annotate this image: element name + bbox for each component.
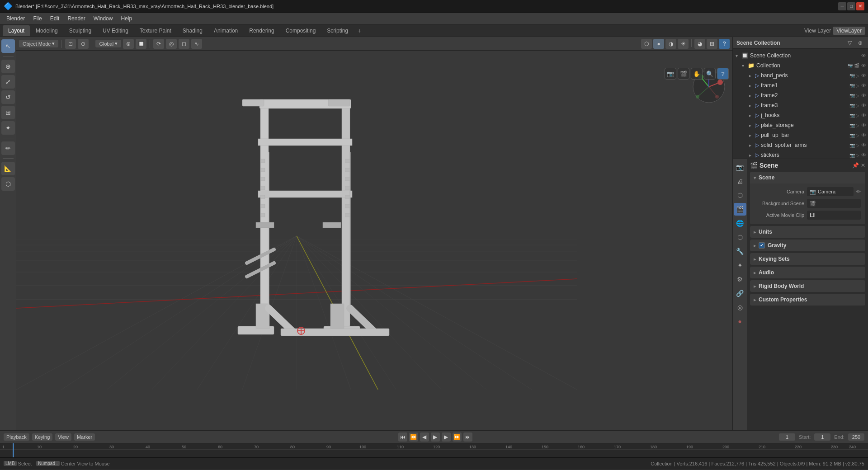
- viewport-overlay-button[interactable]: ⊙: [78, 39, 89, 49]
- item-view-icon[interactable]: ▷: [856, 103, 859, 108]
- viewport-xray-button[interactable]: ⊞: [707, 39, 717, 49]
- workspace-tab-rendering[interactable]: Rendering: [244, 25, 279, 36]
- workspace-tab-shading[interactable]: Shading: [177, 25, 208, 36]
- props-object-icon[interactable]: ⬡: [734, 231, 746, 244]
- shading-rendered-button[interactable]: ☀: [678, 39, 689, 49]
- prop-camera-edit-icon[interactable]: ✏: [856, 188, 861, 195]
- viewport-overlay-toggle[interactable]: ◕: [694, 39, 705, 49]
- outliner-collection-main[interactable]: ▾ 📁 Collection 📷 🎬 👁: [733, 61, 868, 70]
- outliner-filter-icon[interactable]: ▽: [846, 39, 854, 47]
- workspace-tab-sculpting[interactable]: Sculpting: [64, 25, 97, 36]
- viewport-help-icon-button[interactable]: ?: [717, 68, 729, 80]
- workspace-tab-compositing[interactable]: Compositing: [280, 25, 321, 36]
- item-view-icon[interactable]: ▷: [856, 153, 859, 158]
- timeline-keying-button[interactable]: Keying: [32, 433, 53, 441]
- outliner-scene-collection[interactable]: ▾ 🔲 Scene Collection 👁: [733, 51, 868, 61]
- item-visibility-icon[interactable]: 👁: [861, 132, 866, 138]
- props-pin-icon[interactable]: 📌: [852, 162, 859, 169]
- outliner-item-solid-spotter-arms[interactable]: ▸ ▷ solid_spotter_arms 📷 ▷ 👁: [733, 140, 868, 150]
- collection-camera-icon[interactable]: 📷: [848, 63, 853, 68]
- outliner-item-frame3[interactable]: ▸ ▷ frame3 📷 ▷ 👁: [733, 100, 868, 110]
- viewport[interactable]: Object Mode ▾ ⊡ ⊙ Global ▾ ⊚ 🔲 ⟳ ◎ ◻ ∿ ⬡…: [16, 37, 732, 430]
- outliner-item-j-hooks[interactable]: ▸ ▷ j_hooks 📷 ▷ 👁: [733, 110, 868, 120]
- menu-file[interactable]: File: [29, 14, 45, 23]
- props-section-scene-header[interactable]: ▾ Scene: [750, 172, 865, 183]
- menu-blender[interactable]: Blender: [3, 14, 28, 23]
- viewport-camera-icon-button[interactable]: 📷: [665, 68, 676, 80]
- props-output-icon[interactable]: 🖨: [734, 175, 746, 188]
- props-constraints-icon[interactable]: 🔗: [734, 287, 746, 300]
- workspace-tab-add-button[interactable]: +: [354, 25, 365, 36]
- toolbar-cursor-button[interactable]: ⊕: [1, 60, 15, 73]
- menu-help[interactable]: Help: [117, 14, 136, 23]
- item-camera-icon[interactable]: 📷: [849, 83, 855, 88]
- item-camera-icon[interactable]: 📷: [849, 103, 855, 108]
- shading-wireframe-button[interactable]: ⬡: [641, 39, 652, 49]
- menu-window[interactable]: Window: [90, 14, 117, 23]
- workspace-tab-modeling[interactable]: Modeling: [30, 25, 63, 36]
- viewport-proportional-button[interactable]: ⊚: [123, 39, 134, 49]
- item-visibility-icon[interactable]: 👁: [861, 93, 866, 98]
- item-view-icon[interactable]: ▷: [856, 93, 859, 98]
- viewport-vis1-button[interactable]: ◻: [179, 39, 189, 49]
- timeline-view-button[interactable]: View: [55, 433, 71, 441]
- toolbar-transform-button[interactable]: ✦: [1, 121, 15, 135]
- menu-render[interactable]: Render: [64, 14, 89, 23]
- transport-next-keyframe-button[interactable]: ⏩: [453, 432, 462, 442]
- workspace-tab-uv-editing[interactable]: UV Editing: [97, 25, 134, 36]
- outliner-new-icon[interactable]: ⊕: [856, 39, 864, 47]
- workspace-tab-animation[interactable]: Animation: [208, 25, 243, 36]
- item-camera-icon[interactable]: 📷: [849, 93, 855, 98]
- transport-step-back-button[interactable]: ◀: [420, 432, 429, 442]
- item-camera-icon[interactable]: 📷: [849, 73, 855, 78]
- start-frame-input[interactable]: 1: [814, 433, 830, 441]
- workspace-tab-layout[interactable]: Layout: [3, 25, 30, 36]
- props-section-gravity-header[interactable]: ▸ ✓ Gravity: [750, 240, 865, 251]
- props-view-layer-icon[interactable]: ⬡: [734, 189, 746, 202]
- prop-movie-clip-field[interactable]: 🎞: [807, 211, 861, 220]
- item-visibility-icon[interactable]: 👁: [861, 152, 866, 158]
- transport-jump-start-button[interactable]: ⏮: [398, 432, 407, 442]
- viewport-search-icon-button[interactable]: 🔍: [704, 68, 716, 80]
- item-visibility-icon[interactable]: 👁: [861, 83, 866, 88]
- current-frame-input[interactable]: 1: [779, 433, 795, 441]
- transport-step-forward-button[interactable]: ▶: [442, 432, 451, 442]
- viewport-transform-button[interactable]: ⟳: [153, 39, 164, 49]
- prop-camera-field[interactable]: 📷 Camera: [807, 187, 854, 196]
- props-section-audio-header[interactable]: ▸ Audio: [750, 267, 865, 278]
- viewport-mode-dropdown[interactable]: Object Mode ▾: [19, 40, 58, 47]
- props-section-units-header[interactable]: ▸ Units: [750, 226, 865, 238]
- props-particles-icon[interactable]: ✦: [734, 259, 746, 272]
- collection-visibility-icon[interactable]: 👁: [861, 63, 866, 68]
- item-view-icon[interactable]: ▷: [856, 143, 859, 148]
- item-visibility-icon[interactable]: 👁: [861, 73, 866, 78]
- outliner-item-plate-storage[interactable]: ▸ ▷ plate_storage 📷 ▷ 👁: [733, 120, 868, 130]
- item-visibility-icon[interactable]: 👁: [861, 122, 866, 128]
- timeline-playback-button[interactable]: Playback: [4, 433, 29, 441]
- viewport-pivot-button[interactable]: ◎: [166, 39, 177, 49]
- props-modifier-icon[interactable]: 🔧: [734, 245, 746, 258]
- outliner-item-stickers[interactable]: ▸ ▷ stickers 📷 ▷ 👁: [733, 150, 868, 159]
- outliner-item-pull-up-bar[interactable]: ▸ ▷ pull_up_bar 📷 ▷ 👁: [733, 130, 868, 140]
- item-camera-icon[interactable]: 📷: [849, 143, 855, 148]
- outliner-item-band-peds[interactable]: ▸ ▷ band_peds 📷 ▷ 👁: [733, 70, 868, 80]
- outliner-item-frame2[interactable]: ▸ ▷ frame2 📷 ▷ 👁: [733, 90, 868, 100]
- workspace-tab-scripting[interactable]: Scripting: [321, 25, 354, 36]
- props-section-keying-sets-header[interactable]: ▸ Keying Sets: [750, 253, 865, 265]
- close-button[interactable]: ✕: [856, 2, 864, 10]
- minimize-button[interactable]: ─: [838, 2, 846, 10]
- item-camera-icon[interactable]: 📷: [849, 153, 855, 158]
- collection-render-icon[interactable]: 🎬: [854, 63, 859, 68]
- item-camera-icon[interactable]: 📷: [849, 123, 855, 128]
- item-view-icon[interactable]: ▷: [856, 133, 859, 138]
- transport-jump-end-button[interactable]: ⏭: [463, 432, 472, 442]
- toolbar-measure-button[interactable]: 📐: [1, 162, 15, 175]
- workspace-tab-texture-paint[interactable]: Texture Paint: [134, 25, 177, 36]
- timeline-ruler[interactable]: 1 10 20 30 40 50 60 70 80 90 100 110 120…: [0, 443, 868, 457]
- viewport-camera2-icon-button[interactable]: 🎬: [678, 68, 689, 80]
- transport-play-button[interactable]: ▶: [431, 432, 440, 442]
- item-view-icon[interactable]: ▷: [856, 123, 859, 128]
- gravity-checkbox[interactable]: ✓: [759, 242, 765, 249]
- shading-solid-button[interactable]: ●: [653, 39, 664, 49]
- item-camera-icon[interactable]: 📷: [849, 113, 855, 118]
